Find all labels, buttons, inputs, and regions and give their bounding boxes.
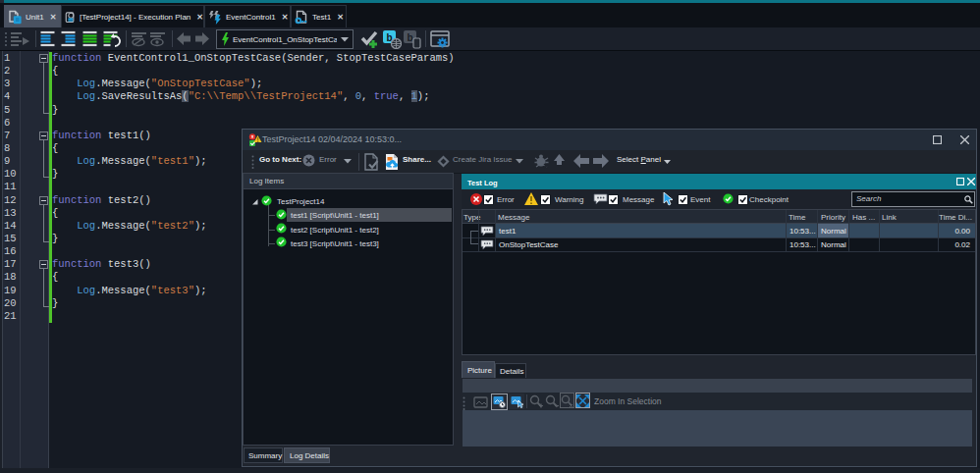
svg-text:b: b xyxy=(407,32,412,43)
svg-text:!: ! xyxy=(256,136,258,143)
